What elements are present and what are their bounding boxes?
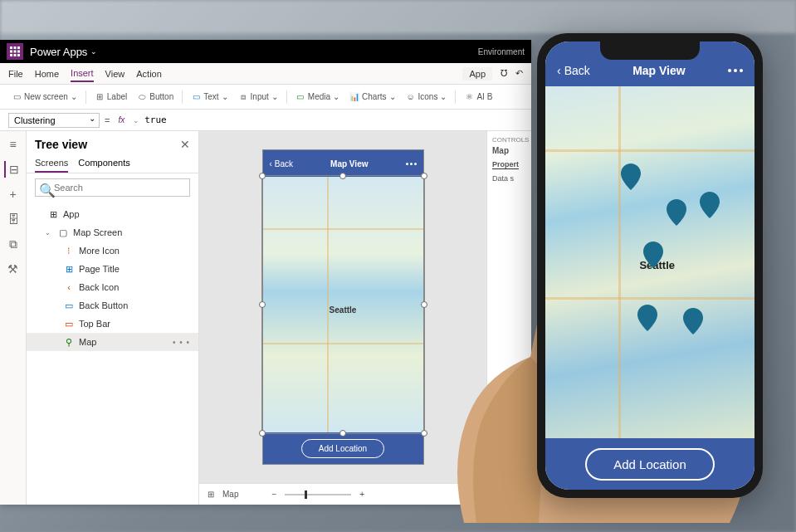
app-launcher-icon[interactable] [7, 43, 23, 60]
menu-insert[interactable]: Insert [71, 66, 94, 82]
node-more-icon[interactable]: • • • [173, 338, 190, 347]
svg-rect-3 [10, 51, 12, 53]
map-pin-icon[interactable] [643, 242, 663, 268]
phone-back-button[interactable]: ‹Back [557, 64, 590, 77]
insert-charts-button[interactable]: 📊Charts ⌄ [346, 90, 398, 104]
map-pin-icon[interactable] [667, 199, 686, 226]
menu-file[interactable]: File [8, 66, 23, 81]
rect-ctrl-icon: ▭ [63, 318, 75, 329]
hamburger-icon[interactable]: ≡ [5, 136, 22, 153]
fx-icon[interactable]: fx [115, 115, 128, 124]
canvas-app-bar: ‹Back Map View [263, 150, 423, 177]
app-icon: ⊞ [47, 208, 59, 220]
tree-node-app[interactable]: ⊞App [27, 205, 198, 223]
tree-view-panel: Tree view ✕ Screens Components 🔍 ⊞App ⌄▢… [27, 131, 199, 505]
breadcrumb-icon: ⊞ [208, 490, 214, 499]
label-ctrl-icon: ⊞ [63, 263, 75, 275]
svg-rect-8 [17, 54, 20, 56]
tree-view-icon[interactable]: ⊟ [4, 161, 21, 178]
zoom-out-icon[interactable]: − [271, 490, 276, 499]
tree-node-map-screen[interactable]: ⌄▢Map Screen [27, 223, 198, 242]
map-ctrl-icon: ⚲ [63, 336, 75, 348]
map-pin-icon[interactable] [700, 192, 720, 218]
insert-button-button[interactable]: ⬭Button [134, 90, 177, 104]
new-screen-button[interactable]: ▭New screen ⌄ [8, 90, 81, 104]
tree-node-map[interactable]: ⚲Map• • • [27, 333, 198, 351]
menu-action[interactable]: Action [136, 66, 162, 81]
tree-node-top-bar[interactable]: ▭Top Bar [27, 315, 198, 333]
property-dropdown[interactable]: Clustering [8, 113, 100, 128]
map-pin-icon[interactable] [637, 305, 657, 331]
menu-view[interactable]: View [105, 66, 125, 81]
city-label: Seattle [330, 305, 357, 315]
tree-view-title: Tree view [35, 138, 87, 151]
more-ctrl-icon: ⁝ [63, 245, 75, 256]
menu-home[interactable]: Home [35, 66, 59, 81]
svg-rect-2 [17, 46, 20, 49]
map-pin-icon[interactable] [683, 308, 703, 334]
tab-components[interactable]: Components [78, 154, 129, 173]
phone-map[interactable]: Seattle [545, 86, 754, 438]
advanced-tools-icon[interactable]: ⚒ [5, 261, 22, 277]
svg-rect-6 [10, 54, 12, 56]
add-location-button[interactable]: Add Location [301, 439, 384, 458]
chevron-down-icon[interactable]: ⌄ [45, 229, 53, 237]
canvas-button-bar: Add Location [263, 432, 423, 464]
tree-node-back-button[interactable]: ▭Back Button [27, 296, 198, 315]
canvas-back-button[interactable]: ‹Back [270, 159, 294, 168]
chevron-left-icon: ‹ [557, 64, 561, 77]
breadcrumb[interactable]: Map [222, 490, 238, 499]
insert-label-button[interactable]: ⊞Label [91, 90, 130, 104]
svg-rect-0 [10, 46, 12, 49]
phone-add-location-button[interactable]: Add Location [585, 448, 715, 481]
canvas-title: Map View [330, 159, 368, 168]
phone-device: ‹Back Map View Seattle Add Location [537, 33, 763, 498]
button-icon: ⬭ [137, 92, 147, 102]
svg-rect-1 [14, 46, 17, 49]
phone-canvas[interactable]: ‹Back Map View Seattle Add Location [262, 149, 424, 465]
media-rail-icon[interactable]: ⧉ [5, 236, 22, 252]
phone-mockup: ‹Back Map View Seattle Add Location [414, 25, 796, 523]
left-rail: ≡ ⊟ + 🗄 ⧉ ⚒ [0, 131, 27, 505]
media-icon: ▭ [295, 92, 305, 102]
tree-node-back-icon[interactable]: ‹Back Icon [27, 278, 198, 296]
phone-more-icon[interactable] [728, 69, 743, 72]
tree-list: ⊞App ⌄▢Map Screen ⁝More Icon ⊞Page Title… [27, 202, 198, 354]
button-ctrl-icon: ▭ [63, 300, 75, 311]
tree-node-page-title[interactable]: ⊞Page Title [27, 260, 198, 278]
new-screen-icon: ▭ [12, 92, 22, 102]
charts-icon: 📊 [349, 92, 359, 102]
phone-screen: ‹Back Map View Seattle Add Location [545, 41, 754, 490]
equals-label: = [105, 115, 110, 125]
insert-media-button[interactable]: ▭Media ⌄ [292, 90, 343, 104]
search-icon: 🔍 [39, 183, 56, 198]
input-icon: ⧈ [238, 92, 248, 102]
notch [600, 41, 700, 60]
close-icon[interactable]: ✕ [180, 138, 190, 151]
insert-icon[interactable]: + [5, 186, 22, 203]
canvas-map[interactable]: Seattle [263, 177, 423, 432]
screen-icon: ▢ [57, 227, 69, 238]
tree-node-more-icon[interactable]: ⁝More Icon [27, 242, 198, 260]
chevron-left-icon: ‹ [270, 159, 272, 168]
tab-screens[interactable]: Screens [35, 154, 68, 173]
back-ctrl-icon: ‹ [63, 281, 75, 293]
insert-input-button[interactable]: ⧈Input ⌄ [235, 90, 281, 104]
label-icon: ⊞ [95, 92, 105, 102]
text-icon: ▭ [191, 92, 201, 102]
search-input[interactable] [35, 178, 190, 197]
chevron-down-icon: ⌄ [90, 47, 97, 56]
phone-title: Map View [632, 64, 686, 77]
svg-rect-5 [17, 51, 20, 53]
zoom-in-icon[interactable]: + [359, 490, 364, 499]
map-pin-icon[interactable] [621, 164, 641, 190]
app-name[interactable]: Power Apps ⌄ [30, 46, 97, 58]
insert-text-button[interactable]: ▭Text ⌄ [188, 90, 231, 104]
svg-rect-4 [14, 51, 17, 53]
svg-rect-7 [14, 54, 17, 56]
phone-button-bar: Add Location [545, 438, 754, 490]
zoom-slider[interactable] [285, 494, 351, 495]
data-icon[interactable]: 🗄 [5, 211, 22, 227]
